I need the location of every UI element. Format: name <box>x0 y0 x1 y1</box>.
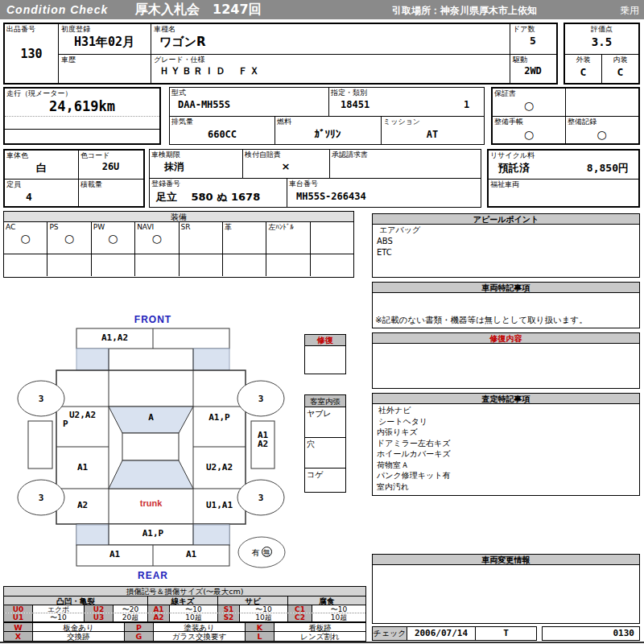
legend-value: エクボ <box>33 605 85 613</box>
score-label: 評価点 <box>565 25 638 33</box>
legend-value: 板金あり <box>33 623 125 631</box>
legend-value: 〜10 <box>240 605 288 613</box>
pickup-location: 引取場所：神奈川県厚木市上依知 <box>392 4 537 18</box>
change-info-title: 車両変更情報 <box>373 555 639 565</box>
assessment-line: パンク修理キット有 <box>373 470 639 481</box>
mark-rear-panel-right: A1 <box>153 549 229 559</box>
grade-value: ＨＹＢＲＩＤ ＦＸ <box>159 64 261 78</box>
drive-value: 2WD <box>510 65 556 76</box>
legend-value: レンズ割れ <box>275 632 365 641</box>
special-notes-title: 車両特記事項 <box>373 283 639 293</box>
mark-left-fender-2: P <box>63 419 79 429</box>
legend-code: S1 <box>218 605 240 613</box>
title-bar: Condition Check 厚木入札会 1247回 引取場所：神奈川県厚木市… <box>0 0 644 19</box>
equipment-mark: ○ <box>92 232 134 245</box>
class-label: 指定・類別 <box>331 89 367 97</box>
legend-value: 交換跡 <box>33 632 125 641</box>
legend-code: S2 <box>218 613 240 621</box>
legend-code: U2 <box>85 605 114 613</box>
assessment-panel: 査定特記事項 社外ナビ シートヘタリ 内張りキズ ドアミラー左右キズ ホイールカ… <box>372 393 640 496</box>
legend-value: 10超 <box>312 613 365 621</box>
first-reg-label: 初度登録 <box>61 25 90 33</box>
legend-code: U0 <box>4 605 33 613</box>
drive-label: 駆動 <box>513 56 527 64</box>
model-code-value: DAA-MH55S <box>178 99 230 110</box>
legend-table: 損傷記号＆損傷サイズ(〜最大cm) 凸凹・亀裂 線キズ サビ 腐食 U0 エクボ… <box>3 586 366 622</box>
equipment-label: AC <box>4 222 47 232</box>
equipment-cell-ps: PS ○ <box>47 222 91 254</box>
warranty-label: 保証書 <box>494 89 516 97</box>
legend-code: L <box>246 632 275 641</box>
check-number: 0130 <box>543 627 639 640</box>
vehicle-id-table: 出品番号 130 初度登録 H31年02月 車歴 車種名 ワゴンR グレード・仕… <box>3 23 558 85</box>
displacement-label: 排気量 <box>171 118 193 126</box>
grade-label: グレード・仕様 <box>154 56 205 64</box>
approval-label: 承認請求書 <box>332 151 368 159</box>
equipment-empty-row <box>4 254 353 276</box>
equipment-table: 装備 AC ○ PS ○ PW ○ NAVI ○ SR 革 左ﾊﾝﾄﾞﾙ <box>3 211 354 278</box>
score-value: 3.5 <box>565 35 638 48</box>
assessment-title: 査定特記事項 <box>373 394 639 404</box>
assessment-line: シートヘタリ <box>373 416 639 427</box>
appeal-line: ABS <box>373 236 639 247</box>
assessment-line: 社外ナビ <box>373 405 639 416</box>
interior-grade: C <box>602 66 638 78</box>
equipment-mark: ○ <box>135 232 178 245</box>
equipment-label <box>311 222 353 224</box>
class-number: 18451 <box>341 99 369 110</box>
front-label: FRONT <box>125 314 181 325</box>
mission-label: ミッション <box>383 118 420 126</box>
lot-number-label: 出品番号 <box>6 25 35 33</box>
recycle-box: リサイクル料 預託済 8,850円 福祉車両 <box>487 149 640 208</box>
brand-logo: Condition Check <box>6 3 108 16</box>
legend-code: C1 <box>288 605 312 613</box>
repair-content-title: 修復内容 <box>373 333 639 344</box>
damage-diagram: FRONT A1,A2 3 3 3 3 U2,A2 P A A1,P A1 A2… <box>0 314 370 604</box>
auction-title: 厚木入札会 1247回 <box>135 2 262 19</box>
legend-value: 〜10 <box>33 613 85 621</box>
score-box: 評価点 3.5 外装 C 内装 C <box>564 23 640 85</box>
legend-value: 塗装あり <box>154 623 246 631</box>
body-color-label: 車体色 <box>6 151 28 159</box>
spare-no-label: 無 <box>262 547 272 557</box>
exterior-label: 外装 <box>565 56 601 64</box>
recycle-status: 預託済 <box>498 161 530 175</box>
mileage-value: 24,619km <box>5 98 159 114</box>
shaken-value: 抹消 <box>164 160 184 174</box>
rear-label: REAR <box>125 570 181 581</box>
special-notes-text: ※記載のない書類・機器等は無しとして取り扱います。 <box>375 315 588 326</box>
equipment-label: PW <box>92 222 134 232</box>
load-label: 積載量 <box>80 180 102 188</box>
exterior-grade: C <box>565 66 601 78</box>
mileage-label: 走行（現メーター） <box>6 89 72 97</box>
legend-value: 〜10 <box>312 605 365 613</box>
assessment-line: ホイールカバーキズ <box>373 448 639 460</box>
legend-code: P <box>125 623 154 631</box>
chassis-value: MH55S-266434 <box>296 191 366 202</box>
equipment-mark: ○ <box>47 232 90 245</box>
equipment-cell-sr: SR <box>180 222 223 254</box>
mark-right-fender: A1,P <box>193 412 246 423</box>
doors-value: 5 <box>510 35 556 47</box>
mileage-box: 走行（現メーター） 24,619km <box>3 87 161 145</box>
equipment-title: 装備 <box>4 212 353 222</box>
interior-label: 内装 <box>602 56 638 64</box>
check-label: チェック <box>373 627 407 640</box>
shaken-label: 車検期限 <box>151 151 180 159</box>
history-label: 車歴 <box>61 56 76 64</box>
lot-number: 130 <box>5 47 58 61</box>
displacement-value: 660CC <box>170 129 275 140</box>
spec-table: 型式 DAA-MH55S 指定・類別 18451 1 排気量 660CC 燃料 … <box>169 87 485 145</box>
recycle-fee: 8,850円 <box>587 161 629 175</box>
legend-group-dents: 凸凹・亀裂 <box>4 597 148 605</box>
registration-box: 車検期限 抹消 検付自賠責 × 承認請求書 登録番号 足立 580 ぬ 1678… <box>149 149 481 208</box>
documents-box: 保証書 ○ 整備手帳 ○ 整備記録 ○ <box>491 87 640 145</box>
equipment-cell-lhd: 左ﾊﾝﾄﾞﾙ <box>266 222 310 254</box>
fuel-value: ｶﾞｿﾘﾝ <box>275 128 381 140</box>
assessment-line: 室内汚れ <box>373 481 639 493</box>
color-capacity-box: 車体色 白 色コード 26U 定員 4 積載量 <box>3 149 145 208</box>
capacity-label: 定員 <box>6 180 21 188</box>
mark-rear-bumper: A1,P <box>76 528 229 539</box>
maint-record-mark: ○ <box>565 128 638 141</box>
check-box: チェック 2006/07/14 T <box>372 626 537 641</box>
